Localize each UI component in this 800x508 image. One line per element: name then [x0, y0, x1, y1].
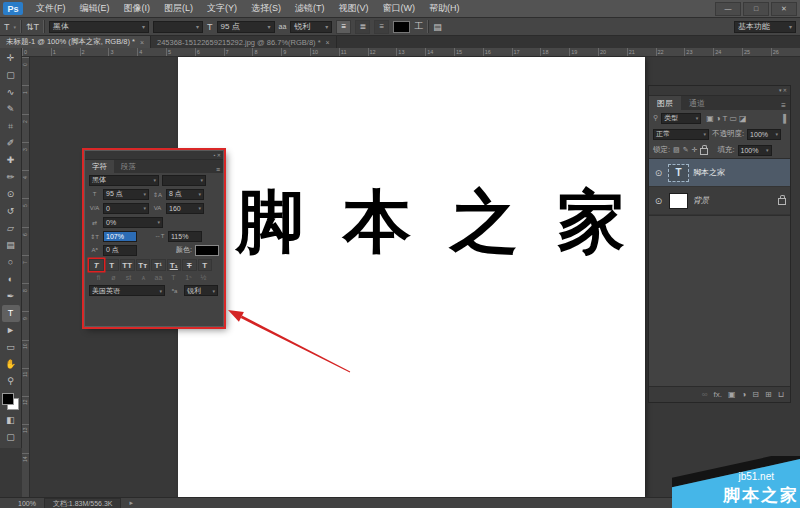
- panel-tab[interactable]: 字符: [85, 160, 114, 173]
- lock-transparency-icon[interactable]: ▨: [673, 146, 680, 154]
- text-color-swatch[interactable]: [195, 245, 219, 256]
- opentype-button[interactable]: fi: [93, 274, 104, 281]
- adjustment-layer-icon[interactable]: ◑: [742, 390, 747, 399]
- menu-item[interactable]: 视图(V): [332, 0, 376, 17]
- filter-toggle-icon[interactable]: ▐: [780, 114, 786, 123]
- strikethrough-button[interactable]: T: [198, 259, 213, 271]
- layer-thumbnail[interactable]: [669, 165, 688, 181]
- document-canvas[interactable]: 脚本之家: [178, 57, 645, 497]
- menu-item[interactable]: 窗口(W): [376, 0, 423, 17]
- quick-mask-button[interactable]: ◧: [2, 412, 20, 429]
- leading-select[interactable]: 8 点: [166, 189, 204, 200]
- underline-button[interactable]: T: [182, 259, 197, 271]
- align-center-button[interactable]: ≣: [355, 20, 370, 34]
- eraser-tool-icon[interactable]: ▱: [2, 220, 20, 237]
- opentype-button[interactable]: ø: [108, 274, 119, 281]
- layer-style-icon[interactable]: fx.: [713, 390, 721, 399]
- hand-tool-icon[interactable]: ✋: [2, 356, 20, 373]
- foreground-color-swatch[interactable]: [2, 393, 14, 405]
- align-right-button[interactable]: ≡: [374, 20, 389, 34]
- history-brush-tool-icon[interactable]: ↺: [2, 203, 20, 220]
- font-style-select[interactable]: [153, 21, 203, 33]
- filter-shape-icon[interactable]: ▭: [729, 114, 737, 123]
- move-tool-icon[interactable]: ✛: [2, 50, 20, 67]
- zoom-level[interactable]: 100%: [18, 500, 36, 507]
- vertical-ruler[interactable]: 01234567891011121314: [22, 57, 30, 497]
- menu-item[interactable]: 滤镜(T): [288, 0, 332, 17]
- font-size-select[interactable]: 95 点: [217, 21, 275, 33]
- layer-thumbnail[interactable]: [669, 193, 688, 209]
- faux-italic-button[interactable]: T: [105, 259, 120, 271]
- panel-tab[interactable]: 通道: [681, 96, 713, 110]
- font-size-select[interactable]: 95 点: [103, 189, 149, 200]
- opentype-button[interactable]: 1ˢ: [183, 274, 194, 281]
- filter-pixel-icon[interactable]: ▣: [706, 114, 714, 123]
- faux-bold-button[interactable]: T: [89, 259, 104, 271]
- text-color-swatch[interactable]: [393, 21, 410, 33]
- workspace-switcher[interactable]: 基本功能: [734, 21, 796, 33]
- opentype-button[interactable]: st: [123, 274, 134, 281]
- kerning-select[interactable]: 0: [103, 203, 149, 214]
- menu-item[interactable]: 编辑(E): [73, 0, 117, 17]
- align-left-button[interactable]: ≡: [336, 20, 351, 34]
- panel-tab[interactable]: 图层: [649, 96, 681, 110]
- layer-group-icon[interactable]: ⊟: [752, 390, 759, 399]
- layer-mask-icon[interactable]: ▣: [728, 390, 736, 399]
- fill-select[interactable]: 100%: [738, 145, 772, 156]
- lasso-tool-icon[interactable]: ∿: [2, 84, 20, 101]
- type-tool-icon[interactable]: T: [2, 305, 20, 322]
- opentype-button[interactable]: aa: [153, 274, 164, 281]
- small-caps-button[interactable]: Tᴛ: [136, 259, 151, 271]
- filter-smartobject-icon[interactable]: ◪: [739, 114, 747, 123]
- layer-row[interactable]: ⊙ 背景: [649, 187, 790, 215]
- healing-brush-tool-icon[interactable]: ✚: [2, 152, 20, 169]
- menu-item[interactable]: 选择(S): [244, 0, 288, 17]
- horizontal-scale-input[interactable]: 115%: [168, 231, 202, 242]
- horizontal-ruler[interactable]: 0123456789101112131415161718192021222324…: [22, 48, 800, 57]
- language-select[interactable]: 美国英语: [89, 285, 165, 296]
- brush-tool-icon[interactable]: ✏: [2, 169, 20, 186]
- minimize-button[interactable]: —: [715, 2, 741, 16]
- all-caps-button[interactable]: TT: [120, 259, 135, 271]
- anti-alias-select[interactable]: 锐利: [184, 285, 218, 296]
- tool-preset-arrow-icon[interactable]: ▾: [14, 24, 17, 30]
- pen-tool-icon[interactable]: ✒: [2, 288, 20, 305]
- text-orientation-icon[interactable]: ⇅T: [26, 22, 39, 32]
- clone-stamp-tool-icon[interactable]: ⊙: [2, 186, 20, 203]
- dodge-tool-icon[interactable]: ◐: [2, 271, 20, 288]
- close-button[interactable]: ✕: [771, 2, 797, 16]
- lock-all-icon[interactable]: [700, 148, 708, 155]
- font-family-select[interactable]: 黑体: [49, 21, 149, 33]
- blur-tool-icon[interactable]: ○: [2, 254, 20, 271]
- maximize-button[interactable]: □: [743, 2, 769, 16]
- shape-tool-icon[interactable]: ▭: [2, 339, 20, 356]
- zoom-tool-icon[interactable]: ⚲: [2, 373, 20, 390]
- visibility-eye-icon[interactable]: ⊙: [653, 196, 664, 206]
- link-layers-icon[interactable]: ∞: [702, 390, 708, 399]
- filter-type-icon[interactable]: T: [723, 114, 728, 123]
- gradient-tool-icon[interactable]: ▤: [2, 237, 20, 254]
- vertical-scale-input[interactable]: 107%: [103, 231, 137, 242]
- subscript-button[interactable]: T₁: [167, 259, 182, 271]
- crop-tool-icon[interactable]: ⌗: [2, 118, 20, 135]
- panel-menu-icon[interactable]: ≡: [213, 166, 223, 173]
- screen-mode-button[interactable]: ▢: [2, 429, 20, 446]
- document-tab[interactable]: 未标题-1 @ 100% (脚本之家, RGB/8) * ×: [0, 36, 151, 48]
- opentype-button[interactable]: ½: [198, 274, 209, 281]
- opentype-button[interactable]: T: [168, 274, 179, 281]
- tracking-select[interactable]: 160: [166, 203, 204, 214]
- proportional-spacing-select[interactable]: 0%: [103, 217, 163, 228]
- delete-layer-icon[interactable]: ⊔: [778, 390, 784, 399]
- font-style-select[interactable]: [162, 175, 206, 186]
- superscript-button[interactable]: T¹: [151, 259, 166, 271]
- panel-titlebar[interactable]: ▪ ✕: [85, 151, 223, 160]
- visibility-eye-icon[interactable]: ⊙: [653, 168, 664, 178]
- tab-close-icon[interactable]: ×: [326, 39, 330, 46]
- path-selection-tool-icon[interactable]: ►: [2, 322, 20, 339]
- lock-pixels-icon[interactable]: ✎: [683, 146, 689, 154]
- blend-mode-select[interactable]: 正常: [653, 129, 709, 140]
- lock-position-icon[interactable]: ✛: [692, 146, 698, 154]
- marquee-tool-icon[interactable]: ▢: [2, 67, 20, 84]
- document-tab[interactable]: 245368-15122659215292.jpg @ 86.7%(RGB/8)…: [151, 36, 337, 48]
- layer-filter-select[interactable]: 类型: [661, 113, 701, 124]
